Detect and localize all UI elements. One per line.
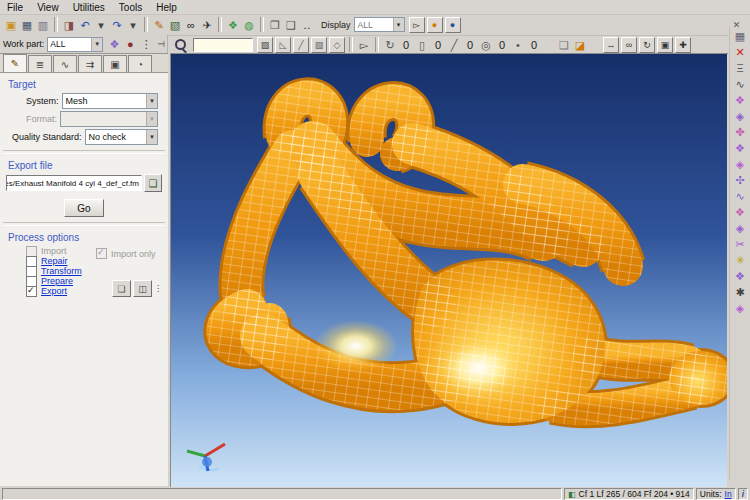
menu-utilities[interactable]: Utilities <box>66 1 112 14</box>
tab-settings[interactable]: ≣ <box>28 55 52 72</box>
fill-hole-icon[interactable]: ❖ <box>731 204 749 220</box>
render-style-icon[interactable]: ◪ <box>572 37 588 53</box>
delete-mesh-icon[interactable]: ✕ <box>731 44 749 60</box>
snap-line-icon[interactable]: ╱ <box>446 37 462 53</box>
part-history-icon[interactable]: ● <box>122 36 138 52</box>
filter-any-icon[interactable]: ◇ <box>329 37 345 53</box>
element-create-icon[interactable]: ◈ <box>731 300 749 316</box>
export-file-input[interactable]: mages/Exhaust Manifold 4 cyl 4_def_cf.fm <box>6 175 142 191</box>
snap-circle-count[interactable]: 0 <box>494 37 510 53</box>
snap-point-count[interactable]: 0 <box>526 37 542 53</box>
snap-point-icon[interactable]: • <box>510 37 526 53</box>
menu-view[interactable]: View <box>30 1 66 14</box>
trim-mesh-icon[interactable]: ✂ <box>731 236 749 252</box>
sketch-icon[interactable]: ✎ <box>151 17 167 33</box>
transform-link[interactable]: Transform <box>41 266 82 276</box>
fit-view-icon[interactable]: ∞ <box>621 37 637 53</box>
split-element-icon[interactable]: ❖ <box>731 140 749 156</box>
find-icon[interactable]: ∞ <box>183 17 199 33</box>
snap-plane-icon[interactable]: ▯ <box>414 37 430 53</box>
units-value[interactable]: In <box>725 489 732 499</box>
filter-body-icon[interactable]: ▧ <box>311 37 327 53</box>
edit-object-icon[interactable]: ▧ <box>167 17 183 33</box>
menu-file[interactable]: File <box>0 1 30 14</box>
redo-dropdown[interactable]: ▾ <box>125 17 141 33</box>
tab-transform[interactable]: ⇉ <box>78 55 102 72</box>
merge-nodes-icon[interactable]: Ξ <box>731 60 749 76</box>
undo-dropdown[interactable]: ▾ <box>93 17 109 33</box>
offset-mesh-icon[interactable]: ❖ <box>731 268 749 284</box>
go-button[interactable]: Go <box>64 199 104 217</box>
fly-through-icon[interactable]: ✈ <box>199 17 215 33</box>
chevron-down-icon[interactable]: ▼ <box>146 94 157 108</box>
export-settings-icon[interactable]: ❏ <box>112 280 131 297</box>
snap-rotate-count[interactable]: 0 <box>398 37 414 53</box>
load-options-icon[interactable]: ❖ <box>106 36 122 52</box>
pan-icon[interactable]: ↔ <box>603 37 619 53</box>
redo-icon[interactable]: ↷ <box>109 17 125 33</box>
mesh-quality-icon[interactable]: ✤ <box>731 124 749 140</box>
drag-node-icon[interactable]: ✣ <box>731 172 749 188</box>
snap-plane-count[interactable]: 0 <box>430 37 446 53</box>
process-option-transform[interactable]: Transform <box>26 266 168 276</box>
zoom-window-icon[interactable]: ▣ <box>657 37 673 53</box>
info-cell[interactable]: i <box>738 488 748 500</box>
tab-options[interactable]: ◔ <box>128 55 152 72</box>
save-icon[interactable]: ▦ <box>19 17 35 33</box>
check-normals-icon[interactable]: ✳ <box>731 252 749 268</box>
display-combo[interactable]: ALL ▼ <box>354 17 405 32</box>
tab-regions[interactable]: ▣ <box>103 55 127 72</box>
snap-line-count[interactable]: 0 <box>462 37 478 53</box>
mesh-table-icon[interactable]: ▦ <box>731 28 749 44</box>
new-sheet-icon[interactable]: ❏ <box>556 37 572 53</box>
pin-panel-icon[interactable]: ⊣ <box>157 39 165 49</box>
chevron-down-icon[interactable]: ▼ <box>91 38 102 51</box>
chevron-down-icon[interactable]: ▼ <box>146 130 157 144</box>
surface-mesh-icon[interactable]: ❖ <box>731 92 749 108</box>
clipboard-icon[interactable]: ◨ <box>61 17 77 33</box>
collapse-element-icon[interactable]: ◈ <box>731 156 749 172</box>
undo-icon[interactable]: ↶ <box>77 17 93 33</box>
layout-icon[interactable]: ❑ <box>283 17 299 33</box>
select-filter-icon[interactable]: ▻ <box>409 17 425 33</box>
export-checkbox[interactable] <box>26 286 37 297</box>
remesh-icon[interactable]: ◈ <box>731 108 749 124</box>
rotate-view-icon[interactable]: ↻ <box>639 37 655 53</box>
node-create-icon[interactable]: ✱ <box>731 284 749 300</box>
window-icon[interactable]: ❐ <box>267 17 283 33</box>
orient-view-icon[interactable]: ✚ <box>675 37 691 53</box>
system-combo[interactable]: Mesh ▼ <box>62 93 158 109</box>
open-icon[interactable]: ▣ <box>3 17 19 33</box>
smooth-mesh-icon[interactable]: ∿ <box>731 76 749 92</box>
browse-file-button[interactable]: ❏ <box>144 174 162 192</box>
info-icon[interactable]: i <box>742 489 744 499</box>
feature-line-icon[interactable]: ∿ <box>731 188 749 204</box>
workpart-overflow[interactable]: ⋮ <box>138 36 154 52</box>
chevron-down-icon[interactable]: ▼ <box>393 18 404 31</box>
buttons-overflow-icon[interactable]: ⋮ <box>154 284 162 293</box>
wireframe-view-icon[interactable]: ● <box>445 17 461 33</box>
snap-rotate-icon[interactable]: ↻ <box>382 37 398 53</box>
print-icon[interactable]: ▥ <box>35 17 51 33</box>
prepare-link[interactable]: Prepare <box>41 276 73 286</box>
rotate-display-icon[interactable]: ◍ <box>241 17 257 33</box>
model-canvas[interactable] <box>171 54 727 487</box>
quality-standard-combo[interactable]: No check ▼ <box>85 129 158 145</box>
stitch-edge-icon[interactable]: ◈ <box>731 220 749 236</box>
snap-circle-icon[interactable]: ◎ <box>478 37 494 53</box>
tab-curves[interactable]: ∿ <box>53 55 77 72</box>
shaded-view-icon[interactable]: ● <box>427 17 443 33</box>
filter-vertex-icon[interactable]: ◺ <box>275 37 291 53</box>
selection-scope-icon[interactable] <box>174 38 188 52</box>
tab-export[interactable]: ✎ <box>3 54 27 72</box>
repair-link[interactable]: Repair <box>41 256 68 266</box>
toolbar-overflow[interactable]: ‥ <box>299 17 315 33</box>
menu-help[interactable]: Help <box>149 1 184 14</box>
export-log-icon[interactable]: ◫ <box>133 280 152 297</box>
export-link[interactable]: Export <box>41 286 67 296</box>
selection-input[interactable] <box>193 38 253 52</box>
filter-face-icon[interactable]: ▨ <box>257 37 273 53</box>
show-hide-icon[interactable]: ❖ <box>225 17 241 33</box>
work-part-combo[interactable]: ALL ▼ <box>47 37 103 52</box>
filter-edge-icon[interactable]: ╱ <box>293 37 309 53</box>
